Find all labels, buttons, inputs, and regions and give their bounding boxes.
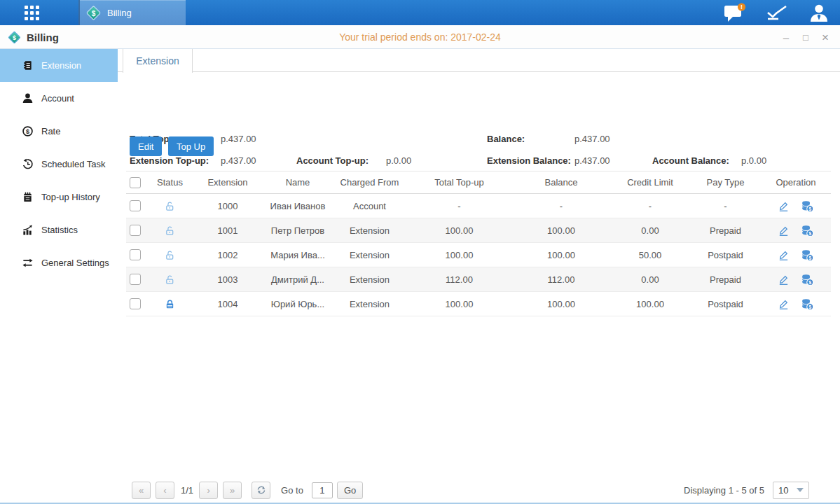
tab-extension[interactable]: Extension: [123, 49, 193, 73]
close-icon[interactable]: ×: [819, 31, 832, 43]
unlocked-icon: [165, 274, 175, 285]
extension-topup-value: p.437.00: [221, 155, 256, 166]
statistics-chart-icon[interactable]: [756, 4, 798, 22]
row-credit-limit: 100.00: [610, 299, 690, 309]
topup-row-icon[interactable]: $: [801, 248, 814, 262]
row-total-topup: -: [406, 201, 512, 211]
topup-button[interactable]: Top Up: [168, 136, 214, 156]
notebook-icon: [22, 191, 34, 203]
table-row: 1001 Петр Петров Extension 100.00 100.00…: [126, 218, 831, 243]
page-size-select[interactable]: 10: [773, 482, 809, 499]
sidebar-item-rate[interactable]: $ Rate: [0, 115, 118, 148]
total-topup-value: p.437.00: [221, 134, 256, 144]
account-balance-label: Account Balance:: [652, 155, 729, 166]
sidebar-item-topup-history[interactable]: Top-up History: [0, 181, 118, 214]
row-charged-from: Extension: [333, 225, 406, 236]
row-balance: 112.00: [512, 274, 610, 285]
row-charged-from: Extension: [333, 299, 406, 309]
refresh-button[interactable]: [252, 482, 270, 499]
select-all-checkbox[interactable]: [130, 177, 141, 188]
table-row: 1004 Юрий Юрь... Extension 100.00 100.00…: [126, 292, 831, 316]
col-name: Name: [263, 177, 333, 188]
col-balance: Balance: [512, 177, 610, 188]
clock-history-icon: [22, 158, 34, 170]
edit-row-icon[interactable]: [778, 298, 790, 310]
chat-bubble-icon: !: [724, 3, 746, 22]
col-operation: Operation: [761, 177, 831, 188]
row-name: Юрий Юрь...: [263, 299, 333, 309]
col-pay-type: Pay Type: [690, 177, 761, 188]
extension-table: Status Extension Name Charged From Total…: [126, 171, 831, 316]
col-status: Status: [147, 177, 193, 188]
topup-row-icon[interactable]: $: [801, 224, 814, 237]
app-tab-label: Billing: [107, 8, 132, 18]
prev-page-button[interactable]: ‹: [156, 482, 174, 499]
sidebar-item-account[interactable]: Account: [0, 82, 118, 115]
row-pay-type: Prepaid: [690, 225, 761, 236]
row-charged-from: Account: [333, 201, 406, 211]
row-credit-limit: 0.00: [610, 225, 690, 236]
row-name: Иван Иванов: [263, 201, 333, 211]
edit-row-icon[interactable]: [778, 274, 790, 286]
edit-button[interactable]: Edit: [130, 136, 162, 156]
balance-label: Balance:: [487, 134, 525, 144]
sidebar-item-label: General Settings: [41, 258, 109, 268]
row-checkbox[interactable]: [130, 298, 141, 309]
go-button[interactable]: Go: [337, 482, 363, 499]
svg-text:$: $: [808, 255, 811, 260]
billing-diamond-icon: $: [86, 5, 101, 20]
row-credit-limit: -: [610, 201, 690, 211]
row-checkbox[interactable]: [130, 225, 141, 236]
row-total-topup: 112.00: [406, 274, 512, 285]
messages-icon[interactable]: !: [714, 3, 756, 22]
user-account-icon[interactable]: [798, 4, 840, 22]
pagination-bar: « ‹ 1/1 › » Go to Go Displaying 1 - 5 of…: [132, 480, 831, 500]
topup-row-icon[interactable]: $: [801, 298, 814, 311]
table-header-row: Status Extension Name Charged From Total…: [126, 171, 831, 194]
maximize-icon[interactable]: □: [799, 31, 812, 43]
edit-row-icon[interactable]: [778, 249, 790, 261]
row-credit-limit: 0.00: [610, 274, 690, 285]
row-checkbox[interactable]: [130, 249, 141, 260]
sidebar-item-statistics[interactable]: Statistics: [0, 214, 118, 246]
sidebar-item-scheduled-task[interactable]: Scheduled Task: [0, 148, 118, 181]
unlocked-icon: [165, 250, 175, 260]
svg-text:$: $: [26, 128, 29, 135]
sidebar-item-label: Statistics: [41, 225, 78, 235]
coins-dollar-icon: $: [801, 200, 814, 213]
table-row: 1002 Мария Ива... Extension 100.00 100.0…: [126, 243, 831, 267]
row-pay-type: -: [690, 201, 761, 211]
page-size-value: 10: [778, 485, 788, 496]
person-icon: [22, 92, 34, 104]
account-topup-value: p.0.00: [386, 155, 411, 166]
edit-row-icon[interactable]: [778, 200, 790, 212]
first-page-button[interactable]: «: [132, 482, 151, 499]
sidebar-item-label: Top-up History: [41, 192, 100, 202]
minimize-icon[interactable]: –: [780, 31, 792, 43]
sidebar-item-label: Rate: [41, 126, 60, 136]
row-charged-from: Extension: [333, 274, 406, 285]
row-checkbox[interactable]: [130, 274, 141, 285]
row-checkbox[interactable]: [130, 200, 141, 211]
sidebar: Extension Account $ Rate Scheduled Task: [0, 49, 118, 503]
trial-notice: Your trial period ends on: 2017-02-24: [0, 25, 840, 49]
locked-icon: [165, 299, 175, 309]
topup-row-icon[interactable]: $: [801, 200, 814, 213]
topup-row-icon[interactable]: $: [801, 273, 814, 286]
col-extension: Extension: [193, 177, 263, 188]
pencil-icon: [778, 200, 790, 212]
last-page-button[interactable]: »: [223, 482, 242, 499]
bar-chart-arrow-icon: [22, 224, 34, 236]
balance-value: p.437.00: [574, 134, 610, 144]
billing-app-tab[interactable]: $ Billing: [78, 0, 186, 25]
sidebar-item-general-settings[interactable]: General Settings: [0, 246, 118, 279]
account-balance-value: p.0.00: [741, 155, 766, 166]
app-grid-icon[interactable]: [25, 6, 39, 20]
edit-row-icon[interactable]: [778, 225, 790, 237]
coins-dollar-icon: $: [801, 224, 814, 237]
next-page-button[interactable]: ›: [199, 482, 218, 499]
sidebar-item-extension[interactable]: Extension: [0, 49, 118, 82]
goto-page-input[interactable]: [312, 482, 333, 498]
svg-text:$: $: [808, 206, 811, 211]
col-total-topup: Total Top-up: [406, 177, 512, 188]
